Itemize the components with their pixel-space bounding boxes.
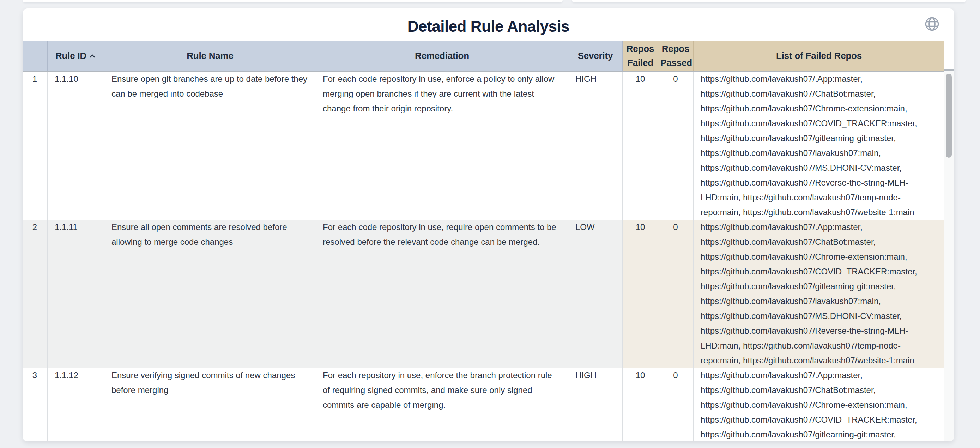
table-row: 31.1.12Ensure verifying signed commits o… xyxy=(22,368,944,441)
cell-rule-name: Ensure open git branches are up to date … xyxy=(104,71,316,220)
cell-index: 3 xyxy=(22,368,47,441)
column-header-label: Severity xyxy=(578,51,613,61)
detailed-rule-table: Rule IDRule NameRemediationSeverityRepos… xyxy=(22,41,944,441)
column-header-label: Rule ID xyxy=(56,51,86,61)
column-header-repos-failed[interactable]: Repos Failed xyxy=(623,41,658,71)
cell-index: 2 xyxy=(22,220,47,368)
column-header-remediation[interactable]: Remediation xyxy=(316,41,568,71)
index-column-header xyxy=(22,41,47,71)
column-header-severity[interactable]: Severity xyxy=(568,41,623,71)
cell-repos-passed: 0 xyxy=(658,71,693,220)
cell-repos-failed: 10 xyxy=(623,368,658,441)
cell-severity: HIGH xyxy=(568,71,623,220)
cell-rule-name: Ensure all open comments are resolved be… xyxy=(104,220,316,368)
cell-severity: LOW xyxy=(568,220,623,368)
globe-button[interactable] xyxy=(924,16,941,32)
page-title: Detailed Rule Analysis xyxy=(22,17,954,35)
column-header-repos-passed[interactable]: Repos Passed xyxy=(658,41,693,71)
cell-remediation: For each repository in use, enforce the … xyxy=(316,368,568,441)
globe-icon xyxy=(924,16,940,32)
cell-repos-failed: 10 xyxy=(623,71,658,220)
cell-failed-repos: https://github.com/lavakush07/.App:maste… xyxy=(693,220,944,368)
column-header-rule-name[interactable]: Rule Name xyxy=(104,41,316,71)
column-header-label: Repos Failed xyxy=(627,43,654,68)
cell-failed-repos: https://github.com/lavakush07/.App:maste… xyxy=(693,71,944,220)
table-row: 21.1.11Ensure all open comments are reso… xyxy=(22,220,944,368)
cell-repos-passed: 0 xyxy=(658,220,693,368)
cell-failed-repos: https://github.com/lavakush07/.App:maste… xyxy=(693,368,944,441)
column-header-label: Repos Passed xyxy=(660,43,692,68)
rule-analysis-card: Detailed Rule Analysis Rule IDRule NameR… xyxy=(22,8,954,441)
header-row: Rule IDRule NameRemediationSeverityRepos… xyxy=(22,41,944,71)
cell-repos-passed: 0 xyxy=(658,368,693,441)
cell-rule-id: 1.1.12 xyxy=(47,368,104,441)
rule-table: Rule IDRule NameRemediationSeverityRepos… xyxy=(22,41,944,441)
column-header-label: Remediation xyxy=(415,51,469,61)
scrollbar-thumb[interactable] xyxy=(946,74,952,158)
column-header-rule-id[interactable]: Rule ID xyxy=(47,41,104,71)
vertical-scrollbar[interactable] xyxy=(943,70,954,441)
column-header-failed-repos[interactable]: List of Failed Repos xyxy=(693,41,944,71)
top-card-left xyxy=(22,0,563,2)
cell-remediation: For each code repository in use, require… xyxy=(316,220,568,368)
sort-ascending-icon xyxy=(89,54,96,58)
cell-rule-id: 1.1.11 xyxy=(47,220,104,368)
cell-remediation: For each code repository in use, enforce… xyxy=(316,71,568,220)
top-card-right xyxy=(572,0,966,2)
cell-severity: HIGH xyxy=(568,368,623,441)
table-body: 11.1.10Ensure open git branches are up t… xyxy=(22,71,944,442)
cell-index: 1 xyxy=(22,71,47,220)
column-header-label: List of Failed Repos xyxy=(776,51,862,61)
table-row: 11.1.10Ensure open git branches are up t… xyxy=(22,71,944,220)
table-header: Rule IDRule NameRemediationSeverityRepos… xyxy=(22,41,944,71)
column-header-label: Rule Name xyxy=(187,51,234,61)
cell-repos-failed: 10 xyxy=(623,220,658,368)
cell-rule-id: 1.1.10 xyxy=(47,71,104,220)
cell-rule-name: Ensure verifying signed commits of new c… xyxy=(104,368,316,441)
